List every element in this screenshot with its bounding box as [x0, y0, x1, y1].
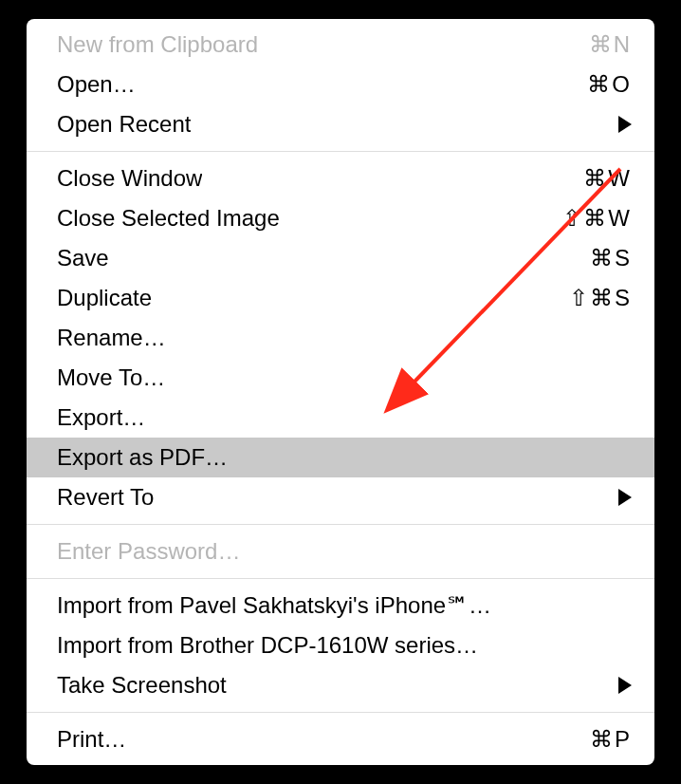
menu-item-print[interactable]: Print…⌘P — [27, 719, 654, 759]
menu-item-import-iphone[interactable]: Import from Pavel Sakhatskyi's iPhone℠… — [27, 586, 654, 625]
submenu-arrow-icon — [618, 489, 632, 506]
menu-item-label: Take Screenshot — [57, 669, 227, 701]
menu-item-shortcut: ⌘P — [590, 723, 632, 756]
menu-item-shortcut: ⌘W — [583, 162, 632, 195]
menu-item-close-selected-image[interactable]: Close Selected Image⇧⌘W — [27, 198, 654, 238]
menu-item-shortcut: ⌘N — [589, 28, 632, 61]
menu-item-label: Close Window — [57, 162, 202, 195]
menu-item-label: Enter Password… — [57, 535, 240, 568]
menu-separator — [27, 578, 654, 579]
menu-item-revert-to[interactable]: Revert To — [27, 477, 654, 517]
menu-item-close-window[interactable]: Close Window⌘W — [27, 159, 654, 198]
menu-item-enter-password: Enter Password… — [27, 532, 654, 571]
menu-item-label: Import from Brother DCP-1610W series… — [57, 629, 478, 662]
menu-item-import-printer[interactable]: Import from Brother DCP-1610W series… — [27, 625, 654, 665]
menu-item-rename[interactable]: Rename… — [27, 318, 654, 358]
menu-item-duplicate[interactable]: Duplicate⇧⌘S — [27, 278, 654, 318]
submenu-arrow-icon — [618, 116, 632, 133]
menu-item-label: Export… — [57, 401, 145, 434]
menu-item-label: New from Clipboard — [57, 28, 258, 61]
menu-separator — [27, 151, 654, 152]
menu-item-label: Close Selected Image — [57, 202, 280, 234]
submenu-arrow-icon — [618, 677, 632, 694]
menu-item-new-from-clipboard: New from Clipboard⌘N — [27, 25, 654, 65]
menu-item-label: Duplicate — [57, 282, 152, 314]
menu-item-label: Export as PDF… — [57, 441, 228, 474]
menu-item-take-screenshot[interactable]: Take Screenshot — [27, 665, 654, 705]
menu-item-export-as-pdf[interactable]: Export as PDF… — [27, 438, 654, 477]
menu-item-label: Open… — [57, 68, 136, 101]
menu-item-shortcut: ⌘O — [587, 68, 632, 101]
menu-item-export[interactable]: Export… — [27, 398, 654, 438]
menu-item-open-recent[interactable]: Open Recent — [27, 104, 654, 144]
menu-separator — [27, 712, 654, 713]
menu-item-label: Open Recent — [57, 108, 191, 140]
menu-item-save[interactable]: Save⌘S — [27, 238, 654, 278]
menu-item-label: Revert To — [57, 481, 154, 513]
menu-separator — [27, 524, 654, 525]
context-menu: New from Clipboard⌘NOpen…⌘OOpen RecentCl… — [27, 19, 654, 765]
menu-item-label: Print… — [57, 723, 126, 756]
menu-item-open[interactable]: Open…⌘O — [27, 65, 654, 104]
menu-item-label: Save — [57, 242, 109, 274]
menu-item-label: Rename… — [57, 322, 166, 354]
menu-item-shortcut: ⇧⌘S — [569, 282, 632, 314]
menu-item-label: Move To… — [57, 362, 165, 394]
menu-item-move-to[interactable]: Move To… — [27, 358, 654, 398]
menu-item-shortcut: ⌘S — [590, 242, 632, 274]
menu-item-label: Import from Pavel Sakhatskyi's iPhone℠… — [57, 589, 491, 622]
menu-item-shortcut: ⇧⌘W — [562, 202, 632, 234]
